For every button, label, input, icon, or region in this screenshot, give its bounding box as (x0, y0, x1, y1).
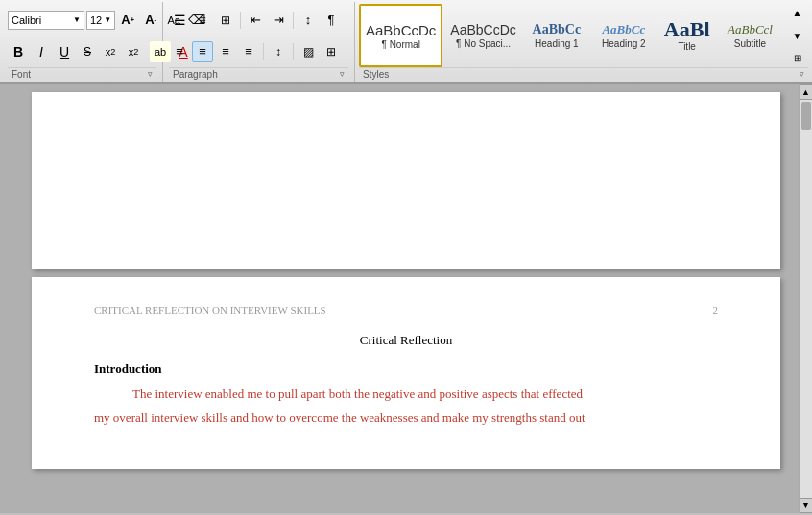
scrollbar[interactable]: ▲ ▼ (799, 84, 812, 513)
paragraph-group-label: Paragraph ▿ (169, 67, 348, 81)
style-no-spacing-preview: AaBbCcDc (450, 22, 515, 37)
show-paragraph-button[interactable]: ¶ (321, 10, 342, 31)
borders-button[interactable]: ⊞ (321, 41, 342, 62)
scroll-down-button[interactable]: ▼ (800, 498, 813, 513)
page-2-content: CRITICAL REFLECTION ON INTERVIEW SKILLS … (32, 277, 780, 448)
separator-5 (293, 43, 294, 60)
ribbon-container: Calibri ▼ 12 ▼ A+ A- Aa ⌫ B I U S x2 x2 … (0, 0, 812, 84)
font-size-box[interactable]: 12 ▼ (86, 11, 115, 30)
paragraph-group-row2: ≡ ≡ ≡ ≡ ↕ ▨ ⊞ (169, 35, 348, 67)
style-normal-label: ¶ Normal (381, 39, 419, 50)
body-paragraph-2: my overall interview skills and how to o… (94, 409, 718, 429)
font-size-arrow: ▼ (104, 15, 111, 24)
subscript-button[interactable]: x2 (100, 41, 121, 62)
font-name-box[interactable]: Calibri ▼ (8, 11, 84, 30)
bold-button[interactable]: B (8, 41, 29, 62)
style-title-label: Title (678, 41, 696, 52)
scroll-thumb[interactable] (801, 102, 811, 130)
font-group-row2: B I U S x2 x2 ab A (8, 35, 156, 67)
style-title-preview: AaBl (664, 19, 710, 40)
paragraph-group: ☰ ≡ ⊞ ⇤ ⇥ ↕ ¶ ≡ ≡ ≡ ≡ ↕ ▨ ⊞ Paragraph ▿ (163, 2, 355, 82)
styles-more[interactable]: ⊞ (787, 49, 808, 67)
styles-scroll-buttons: ▲ ▼ ⊞ (787, 4, 808, 67)
style-heading2[interactable]: AaBbCc Heading 2 (591, 4, 657, 67)
page-title: Critical Reflection (94, 333, 718, 348)
align-left-button[interactable]: ≡ (169, 41, 190, 62)
paragraph-dialog-launcher[interactable]: ▿ (340, 69, 345, 80)
paragraph-1-text: The interview enabled me to pull apart b… (132, 386, 583, 401)
paragraph-2-text: my overall interview skills and how to o… (94, 410, 585, 425)
intro-heading: Introduction (94, 362, 718, 377)
font-group-tools: Calibri ▼ 12 ▼ A+ A- Aa ⌫ (8, 4, 156, 35)
style-heading1[interactable]: AaBbCc Heading 1 (524, 4, 589, 67)
style-subtitle-label: Subtitle (734, 38, 766, 49)
scroll-up-button[interactable]: ▲ (800, 84, 813, 100)
document-area: ▲ ▼ CRITICAL REFLECTION ON INTERVIEW SKI… (0, 84, 812, 513)
page-header: CRITICAL REFLECTION ON INTERVIEW SKILLS … (94, 304, 718, 316)
style-heading2-preview: AaBbCc (602, 22, 645, 37)
sort-button[interactable]: ↕ (298, 10, 319, 31)
multilevel-list-button[interactable]: ⊞ (215, 10, 236, 31)
page-number: 2 (713, 304, 719, 316)
style-heading2-label: Heading 2 (602, 38, 646, 49)
bullet-list-button[interactable]: ☰ (169, 10, 190, 31)
styles-list: AaBbCcDc ¶ Normal AaBbCcDc ¶ No Spaci...… (359, 4, 808, 67)
separator-4 (263, 43, 264, 60)
numbered-list-button[interactable]: ≡ (192, 10, 213, 31)
intro-heading-text: Introduction (94, 362, 162, 376)
line-spacing-button[interactable]: ↕ (268, 41, 289, 62)
font-dialog-launcher[interactable]: ▿ (148, 69, 153, 80)
grow-font-button[interactable]: A+ (117, 10, 138, 31)
page-title-text: Critical Reflection (360, 333, 452, 347)
italic-button[interactable]: I (31, 41, 52, 62)
styles-dialog-launcher[interactable]: ▿ (800, 69, 804, 80)
shrink-font-button[interactable]: A- (140, 10, 161, 31)
underline-button[interactable]: U (54, 41, 75, 62)
style-subtitle-preview: AaBbCcl (728, 22, 773, 37)
superscript-button[interactable]: x2 (123, 41, 144, 62)
increase-indent-button[interactable]: ⇥ (268, 10, 289, 31)
strikethrough-button[interactable]: S (77, 41, 98, 62)
align-center-button[interactable]: ≡ (192, 41, 213, 62)
styles-scroll-up[interactable]: ▲ (787, 4, 808, 22)
style-heading1-label: Heading 1 (535, 38, 579, 49)
style-no-spacing[interactable]: AaBbCcDc ¶ No Spaci... (444, 4, 521, 67)
paragraph-group-row1: ☰ ≡ ⊞ ⇤ ⇥ ↕ ¶ (169, 4, 348, 35)
style-normal[interactable]: AaBbCcDc ¶ Normal (359, 4, 442, 67)
align-right-button[interactable]: ≡ (215, 41, 236, 62)
font-group-label: Font ▿ (8, 67, 156, 81)
page-2: CRITICAL REFLECTION ON INTERVIEW SKILLS … (32, 277, 780, 469)
styles-scroll-down[interactable]: ▼ (787, 27, 808, 45)
page-1 (32, 92, 780, 269)
decrease-indent-button[interactable]: ⇤ (245, 10, 266, 31)
font-size-value: 12 (90, 14, 102, 26)
separator-2 (240, 12, 241, 29)
font-dropdown-arrow: ▼ (73, 15, 81, 24)
style-subtitle[interactable]: AaBbCcl Subtitle (718, 4, 783, 67)
style-no-spacing-label: ¶ No Spaci... (456, 38, 511, 49)
shading-button[interactable]: ▨ (298, 41, 319, 62)
styles-group-label: Styles ▿ (359, 67, 808, 81)
style-normal-preview: AaBbCcDc (366, 22, 436, 38)
font-name-value: Calibri (12, 14, 41, 26)
body-paragraph-1: The interview enabled me to pull apart b… (94, 385, 718, 405)
separator-3 (293, 12, 294, 29)
justify-button[interactable]: ≡ (238, 41, 259, 62)
font-group: Calibri ▼ 12 ▼ A+ A- Aa ⌫ B I U S x2 x2 … (2, 2, 163, 82)
style-title[interactable]: AaBl Title (658, 4, 716, 67)
styles-group: AaBbCcDc ¶ Normal AaBbCcDc ¶ No Spaci...… (355, 2, 812, 82)
style-heading1-preview: AaBbCc (533, 22, 582, 37)
page-header-left: CRITICAL REFLECTION ON INTERVIEW SKILLS (94, 304, 326, 316)
